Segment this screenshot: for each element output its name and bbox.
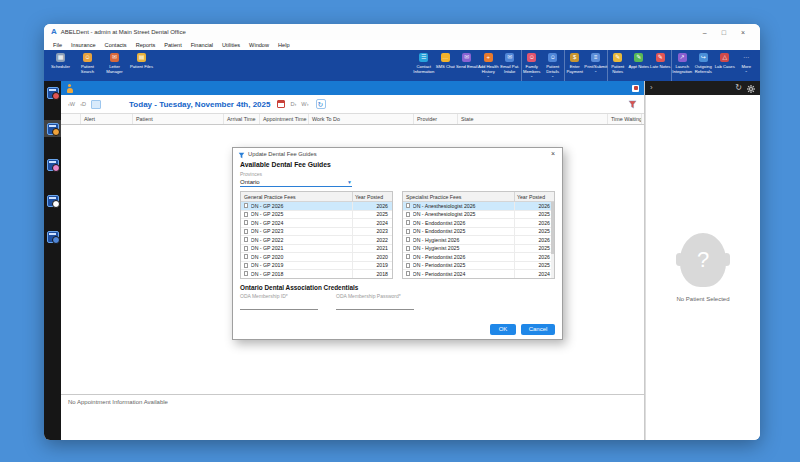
toolbar-button[interactable]: ✉ Email Pat. Intake ⌄ (499, 50, 521, 81)
fee-guide-row[interactable]: ON - Hygienist 2025 2025 (403, 245, 554, 254)
calendar-today-icon[interactable] (277, 100, 285, 108)
province-select[interactable]: Ontario ▼ (240, 177, 352, 187)
checkbox[interactable] (244, 246, 249, 251)
toolbar-button[interactable]: $ Enter Payment ⌄ (564, 50, 586, 81)
menu-item[interactable]: Help (278, 42, 290, 48)
toolbar-button[interactable]: ▤ Patient Files ⌄ (128, 50, 155, 81)
fee-guide-row[interactable]: ON - GP 2018 2018 (241, 270, 392, 279)
menu-item[interactable]: Insurance (71, 42, 96, 48)
toolbar-button[interactable]: ▦ Scheduler ⌄ (47, 50, 74, 81)
checkbox[interactable] (406, 263, 411, 268)
calendar-picker-icon[interactable] (91, 100, 101, 109)
scrollbar[interactable] (551, 202, 554, 278)
toolbar-button[interactable]: ≡ Print/Submit ⌄ (585, 50, 607, 81)
checkbox[interactable] (406, 246, 411, 251)
fee-guide-year: 2023 (352, 228, 392, 236)
sidebar-view-button[interactable] (44, 192, 61, 209)
fee-guide-row[interactable]: ON - GP 2025 2025 (241, 211, 392, 220)
menu-item[interactable]: Contacts (105, 42, 127, 48)
fee-guide-row[interactable]: ON - Periodontist 2026 2026 (403, 253, 554, 262)
membership-id-input[interactable] (240, 299, 318, 310)
checkbox[interactable] (406, 203, 411, 208)
prev-day-button[interactable]: ‹D (80, 101, 86, 107)
toolbar-button[interactable]: ··· More ⌄ (736, 50, 758, 81)
toolbar-button[interactable]: △ Lab Cases ⌄ (714, 50, 736, 81)
cancel-button[interactable]: Cancel (521, 324, 555, 335)
checkbox[interactable] (406, 254, 411, 259)
fee-guide-year: 2021 (352, 245, 392, 253)
menu-item[interactable]: Reports (136, 42, 156, 48)
checkbox[interactable] (406, 220, 411, 225)
dialog-close-button[interactable]: × (551, 150, 557, 158)
refresh-icon[interactable]: ↻ (735, 83, 742, 93)
checkbox[interactable] (244, 263, 249, 268)
toolbar-button[interactable]: … SMS Chat ⌄ (435, 50, 457, 81)
toolbar-button[interactable]: ☰ Contact Information ⌄ (413, 50, 435, 81)
menu-item[interactable]: Utilities (222, 42, 240, 48)
close-button[interactable]: × (741, 29, 745, 36)
checkbox[interactable] (244, 271, 249, 276)
checkbox[interactable] (406, 271, 411, 276)
fee-guide-row[interactable]: ON - Periodontist 2025 2025 (403, 262, 554, 271)
sidebar-view-button[interactable] (44, 120, 61, 137)
checkbox[interactable] (244, 237, 249, 242)
toolbar-button[interactable]: ↪ Outgoing Referrals ⌄ (693, 50, 715, 81)
fee-guide-row[interactable]: ON - GP 2022 2022 (241, 236, 392, 245)
checkbox[interactable] (244, 212, 249, 217)
menu-item[interactable]: File (53, 42, 62, 48)
filter-icon[interactable] (628, 95, 637, 113)
toolbar-button[interactable]: ↗ Launch Integration ⌄ (671, 50, 693, 81)
chevron-down-icon: ⌄ (487, 74, 490, 77)
next-day-button[interactable]: D› (290, 101, 296, 107)
toolbar-button[interactable]: ✉ Send Email ⌄ (456, 50, 478, 81)
toolbar-button[interactable]: ✎ Late Notes ⌄ (650, 50, 672, 81)
prev-week-button[interactable]: ‹W (68, 101, 75, 107)
toolbar-button[interactable]: ✉ Letter Manager ⌄ (101, 50, 128, 81)
ok-button[interactable]: OK (490, 324, 516, 335)
toolbar-button[interactable]: ☺ Patient Search ⌄ (74, 50, 101, 81)
fee-guide-row[interactable]: ON - GP 2026 2026 (241, 202, 392, 211)
sidebar-view-button[interactable] (44, 84, 61, 101)
patient-person-icon[interactable] (66, 84, 73, 93)
next-week-button[interactable]: W› (301, 101, 308, 107)
menu-item[interactable]: Window (249, 42, 269, 48)
menu-item[interactable]: Patient (164, 42, 181, 48)
checkbox[interactable] (244, 254, 249, 259)
checkbox[interactable] (244, 220, 249, 225)
fee-guide-row[interactable]: ON - GP 2023 2023 (241, 228, 392, 237)
fee-guide-row[interactable]: ON - GP 2021 2021 (241, 245, 392, 254)
fee-guide-row[interactable]: ON - Periodontist 2023 2023 (403, 279, 554, 280)
fee-guide-row[interactable]: ON - GP 2019 2019 (241, 262, 392, 271)
checkbox[interactable] (244, 203, 249, 208)
fee-guide-row[interactable]: ON - Endodontist 2026 2026 (403, 219, 554, 228)
fee-guide-row[interactable]: ON - Periodontist 2024 2024 (403, 270, 554, 279)
minimize-button[interactable]: – (703, 29, 707, 36)
toolbar-button[interactable]: ✎ Patient Notes ⌄ (607, 50, 629, 81)
fee-guide-row[interactable]: ON - Anesthesiologist 2026 2026 (403, 202, 554, 211)
membership-password-input[interactable] (336, 299, 414, 310)
fee-guide-label: ON - Hygienist 2025 (413, 245, 514, 251)
collapse-chevron-icon[interactable]: › (650, 83, 653, 93)
checkbox[interactable] (406, 212, 411, 217)
fee-guide-row[interactable]: ON - GP 2020 2020 (241, 253, 392, 262)
maximize-button[interactable]: □ (722, 29, 726, 36)
provider-flag-icon[interactable] (632, 85, 639, 92)
sidebar-view-button[interactable] (44, 228, 61, 245)
menu-item[interactable]: Financial (191, 42, 213, 48)
toolbar-button[interactable]: + Add Health History ⌄ (478, 50, 500, 81)
fee-guide-row[interactable]: ON - GP 2024 2024 (241, 219, 392, 228)
question-mark-glyph: ? (697, 247, 709, 273)
fee-guide-row[interactable]: ON - Endodontist 2025 2025 (403, 228, 554, 237)
checkbox[interactable] (406, 229, 411, 234)
toolbar-button[interactable]: ☺ Family Members ⌄ (521, 50, 543, 81)
refresh-icon[interactable]: ↻ (316, 99, 326, 109)
toolbar-button[interactable]: ☺ Patient Details ⌄ (542, 50, 564, 81)
checkbox[interactable] (406, 237, 411, 242)
checkbox[interactable] (244, 229, 249, 234)
fee-guide-row[interactable]: ON - Hygienist 2026 2026 (403, 236, 554, 245)
column-header: Patient (133, 114, 224, 124)
scrollbar-thumb[interactable] (551, 202, 554, 254)
sidebar-view-button[interactable] (44, 156, 61, 173)
fee-guide-row[interactable]: ON - Anesthesiologist 2025 2025 (403, 211, 554, 220)
toolbar-button[interactable]: ✎ Appt Notes ⌄ (628, 50, 650, 81)
